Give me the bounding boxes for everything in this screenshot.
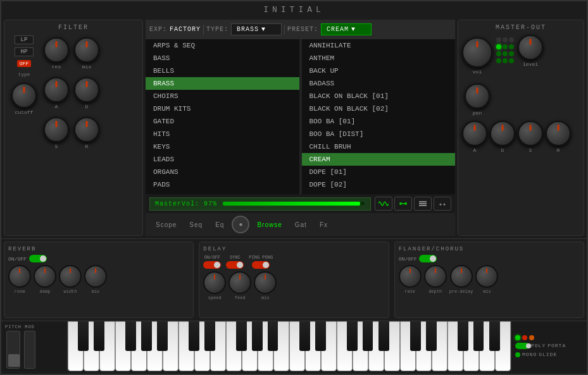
waveform-btn[interactable] [375,197,392,211]
cat-pads[interactable]: PADS [146,178,299,191]
black-key-4[interactable] [125,321,135,351]
master-a-knob[interactable] [462,121,487,146]
delay-pingpong-toggle[interactable] [252,261,270,269]
pitch-strip[interactable] [6,331,20,369]
filter-a-knob[interactable] [44,77,69,102]
black-key-13[interactable] [268,321,278,351]
black-key-19[interactable] [363,321,373,351]
master-level-knob[interactable] [518,35,543,60]
black-key-8[interactable] [189,321,199,351]
nav-gat[interactable]: Gat [290,219,312,230]
flanger-rate-col: rate [399,265,422,294]
reverb-mix-knob[interactable] [84,265,107,288]
preset-annihilate[interactable]: ANNIHILATE [302,39,456,52]
black-key-12[interactable] [252,321,262,351]
master-r-knob[interactable] [546,121,571,146]
preset-anthem[interactable]: ANTHEM [302,52,456,65]
filter-s-knob[interactable] [44,117,69,142]
preset-cream[interactable]: CREAM [302,153,456,166]
master-d-knob[interactable] [490,121,515,146]
filter-cutoff-knob[interactable] [11,83,37,108]
reverb-damp-knob[interactable] [34,265,56,288]
led-10 [496,58,501,63]
filter-r-knob[interactable] [74,117,99,142]
preset-dope2[interactable]: DOPE [02] [302,178,456,191]
nav-browse[interactable]: Browse [252,219,287,230]
delay-mix-knob[interactable] [254,271,277,294]
delay-speed-knob[interactable] [203,271,226,294]
black-key-2[interactable] [94,321,104,351]
black-key-25[interactable] [458,321,468,351]
delay-sync-toggle[interactable] [226,261,244,269]
preset-boobadist[interactable]: BOO BA [DIST] [302,128,456,140]
filter-res-knob[interactable] [44,37,69,63]
scope-dial[interactable]: ● [232,216,249,233]
preset-bob1[interactable]: BLACK ON BLACK [01] [302,90,456,102]
flanger-toggle[interactable] [419,255,437,262]
category-list[interactable]: ARPS & SEQ BASS BELLS BRASS CHOIRS DRUM … [146,39,299,194]
svg-point-0 [399,202,402,205]
piano-keys[interactable]: // Generate piano keys dynamically const… [68,321,511,371]
black-key-6[interactable] [157,321,167,351]
poly-toggle[interactable] [515,343,529,349]
filter-mix-knob[interactable] [74,37,99,63]
cat-hits[interactable]: HITS [146,128,299,140]
filter-hp-btn[interactable]: HP [15,47,34,56]
preset-dropdown[interactable]: CREAM ▼ [321,23,372,35]
cat-drumkits[interactable]: DRUM KITS [146,102,299,115]
black-key-5[interactable] [141,321,151,351]
cat-arps[interactable]: ARPS & SEQ [146,39,299,52]
reverb-room-knob[interactable] [8,265,31,288]
master-s-knob[interactable] [518,121,543,146]
black-key-1[interactable] [78,321,88,351]
flanger-depth-knob[interactable] [424,265,447,288]
flanger-rate-knob[interactable] [399,265,422,288]
midi-btn[interactable] [394,197,412,211]
black-key-18[interactable] [347,321,357,351]
delay-toggle[interactable] [203,261,221,269]
filter-lp-btn[interactable]: LP [15,35,34,44]
preset-chillbruh[interactable]: CHILL BRUH [302,140,456,153]
cat-choirs[interactable]: CHOIRS [146,90,299,102]
cat-organs[interactable]: ORGANS [146,166,299,178]
type-dropdown[interactable]: BRASS ▼ [231,23,282,35]
flanger-mix-knob[interactable] [475,265,498,288]
preset-dope1[interactable]: DOPE [01] [302,166,456,178]
black-key-23[interactable] [426,321,436,351]
cat-gated[interactable]: GATED [146,115,299,128]
preset-booba1[interactable]: BOO BA [01] [302,115,456,128]
nav-scope[interactable]: Scope [151,219,182,230]
settings-btn[interactable] [414,197,432,211]
flanger-predelay-knob[interactable] [450,265,473,288]
preset-bob2[interactable]: BLACK ON BLACK [02] [302,102,456,115]
nav-seq[interactable]: Seq [184,219,208,230]
black-key-26[interactable] [473,321,484,351]
black-key-11[interactable] [236,321,246,351]
delay-feed-knob[interactable] [228,271,251,294]
filter-off-badge[interactable]: OFF [17,60,31,67]
master-pan-knob[interactable] [465,83,490,109]
mod-wheel[interactable] [24,331,35,369]
cat-bells[interactable]: BELLS [146,65,299,77]
black-key-16[interactable] [315,321,325,351]
preset-list[interactable]: ANNIHILATE ANTHEM BACK UP BADASS BLACK O… [302,39,456,194]
nav-fx[interactable]: Fx [315,219,333,230]
cat-bass[interactable]: BASS [146,52,299,65]
star-btn[interactable]: ✦✦ [434,197,451,211]
type-label: TYPE: [206,26,228,33]
preset-backup[interactable]: BACK UP [302,65,456,77]
preset-badass[interactable]: BADASS [302,77,456,90]
black-key-22[interactable] [410,321,420,351]
reverb-width-knob[interactable] [59,265,82,288]
cat-keys[interactable]: KEYS [146,140,299,153]
filter-d-knob[interactable] [74,77,99,102]
cat-leads[interactable]: LEADS [146,153,299,166]
reverb-toggle[interactable] [29,255,47,262]
black-key-15[interactable] [299,321,310,351]
master-vol-knob[interactable] [462,37,492,68]
black-key-27[interactable] [489,321,499,351]
black-key-9[interactable] [204,321,215,351]
black-key-20[interactable] [378,321,389,351]
nav-eq[interactable]: Eq [210,219,229,230]
cat-brass[interactable]: BRASS [146,77,299,90]
